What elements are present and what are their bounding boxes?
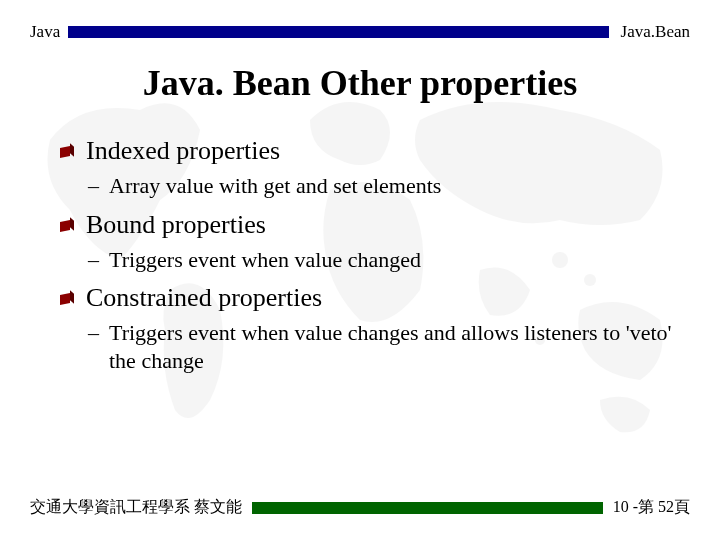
header-divider bbox=[68, 26, 608, 38]
sub-text: Triggers event when value changed bbox=[109, 246, 421, 274]
footer-left-label: 交通大學資訊工程學系 蔡文能 bbox=[30, 497, 252, 518]
header-bar: Java Java.Bean bbox=[30, 22, 690, 42]
header-right-label: Java.Bean bbox=[621, 22, 690, 42]
header-left-label: Java bbox=[30, 22, 68, 42]
slide-title: Java. Bean Other properties bbox=[0, 62, 720, 104]
bullet-icon bbox=[60, 221, 72, 233]
bullet-icon bbox=[60, 147, 72, 159]
sub-item: – Array value with get and set elements bbox=[88, 172, 680, 200]
dash-icon: – bbox=[88, 320, 99, 346]
footer-right-label: 10 -第 52頁 bbox=[613, 497, 690, 518]
sub-item: – Triggers event when value changed bbox=[88, 246, 680, 274]
sub-text: Array value with get and set elements bbox=[109, 172, 441, 200]
footer-divider bbox=[252, 502, 603, 514]
sub-text: Triggers event when value changes and al… bbox=[109, 319, 680, 374]
dash-icon: – bbox=[88, 173, 99, 199]
bullet-text: Bound properties bbox=[86, 210, 266, 240]
bullet-text: Constrained properties bbox=[86, 283, 322, 313]
dash-icon: – bbox=[88, 247, 99, 273]
bullet-text: Indexed properties bbox=[86, 136, 280, 166]
bullet-item: Indexed properties bbox=[60, 136, 680, 166]
footer-bar: 交通大學資訊工程學系 蔡文能 10 -第 52頁 bbox=[30, 497, 690, 518]
bullet-item: Bound properties bbox=[60, 210, 680, 240]
content-area: Indexed properties – Array value with ge… bbox=[60, 130, 680, 384]
bullet-item: Constrained properties bbox=[60, 283, 680, 313]
sub-item: – Triggers event when value changes and … bbox=[88, 319, 680, 374]
bullet-icon bbox=[60, 294, 72, 306]
